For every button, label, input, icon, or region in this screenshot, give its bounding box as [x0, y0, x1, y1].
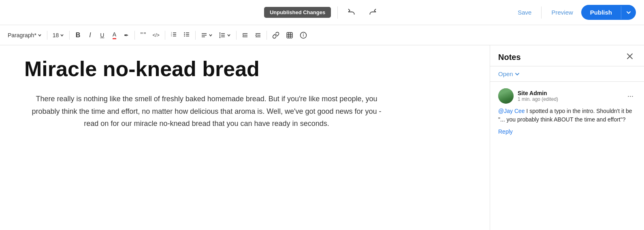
unordered-list-icon — [183, 31, 190, 39]
notes-title: Notes — [498, 53, 521, 62]
ordered-list-icon: 1 2 3 — [171, 31, 177, 39]
svg-rect-24 — [287, 32, 292, 38]
line-height-dropdown[interactable] — [216, 30, 234, 40]
highlight-button[interactable]: ✒ — [121, 30, 132, 40]
reply-button[interactable]: Reply — [498, 128, 513, 135]
pencil-icon: ✒ — [124, 32, 129, 38]
redo-button[interactable] — [365, 7, 380, 18]
publish-group: Publish — [581, 5, 636, 20]
ellipsis-icon: ··· — [627, 92, 633, 100]
info-button[interactable] — [297, 30, 310, 41]
paragraph-style-dropdown[interactable]: Paragraph* — [5, 30, 45, 40]
tb-sep-5 — [195, 31, 196, 40]
undo-button[interactable] — [344, 7, 359, 18]
tb-sep-7 — [267, 31, 267, 40]
svg-point-9 — [184, 32, 185, 33]
tb-sep-6 — [236, 31, 237, 40]
publish-button[interactable]: Publish — [581, 5, 621, 20]
line-height-icon — [219, 32, 226, 38]
notes-header: Notes — [490, 45, 644, 66]
notes-filter: Open — [490, 66, 644, 82]
unordered-list-button[interactable] — [181, 29, 193, 41]
undo-icon — [348, 9, 356, 17]
tb-sep-4 — [165, 31, 165, 40]
table-icon — [286, 32, 293, 39]
note-author: Site Admin — [518, 90, 621, 96]
chevron-down-icon — [227, 33, 231, 37]
tb-sep-2 — [69, 31, 70, 40]
quote-icon: " — [141, 32, 143, 39]
close-icon — [626, 53, 633, 60]
main-area: Miracle no-knead bread There really is n… — [0, 45, 644, 230]
top-bar-center: Unpublished Changes — [264, 6, 380, 19]
preview-button[interactable]: Preview — [546, 6, 578, 18]
chevron-down-icon — [209, 33, 213, 37]
svg-text:3: 3 — [171, 35, 172, 37]
bold-button[interactable]: B — [72, 30, 83, 41]
article-body[interactable]: There really is nothing like the smell o… — [24, 93, 389, 130]
table-button[interactable] — [283, 30, 296, 41]
outdent-button[interactable] — [252, 30, 264, 40]
unpublished-badge: Unpublished Changes — [264, 7, 331, 18]
indent-button[interactable] — [239, 30, 251, 40]
indent-icon — [242, 32, 248, 38]
note-body: @Jay Cee I spotted a typo in the intro. … — [498, 107, 636, 124]
underline-button[interactable]: U — [96, 30, 108, 40]
note-item: Site Admin 1 min. ago (edited) ··· @Jay … — [498, 88, 636, 135]
code-button[interactable]: </> — [149, 30, 162, 40]
italic-icon: I — [89, 32, 91, 39]
link-icon — [272, 32, 279, 39]
svg-point-11 — [184, 36, 185, 36]
divider — [337, 6, 338, 19]
svg-point-10 — [184, 34, 185, 35]
bold-icon: B — [76, 32, 81, 39]
font-color-button[interactable]: A — [109, 29, 120, 41]
info-icon — [300, 32, 307, 39]
chevron-down-icon — [38, 33, 42, 37]
notes-panel: Notes Open — [490, 45, 644, 230]
tb-sep-3 — [134, 31, 135, 40]
avatar-image — [498, 88, 514, 104]
font-color-icon: A — [113, 31, 116, 39]
top-bar-right: Save Preview Publish — [513, 5, 636, 20]
tb-sep-1 — [47, 31, 47, 40]
editor[interactable]: Miracle no-knead bread There really is n… — [0, 45, 490, 230]
note-meta: Site Admin 1 min. ago (edited) — [518, 90, 621, 102]
link-button[interactable] — [269, 30, 282, 41]
formatting-toolbar: Paragraph* 18 B I U A ✒ "" </> — [0, 25, 644, 45]
top-bar: Unpublished Changes Save Preview Publish — [0, 0, 644, 25]
note-more-button[interactable]: ··· — [625, 91, 636, 101]
italic-button[interactable]: I — [84, 30, 96, 41]
font-size-label: 18 — [53, 32, 59, 38]
avatar — [498, 88, 514, 104]
paragraph-label: Paragraph* — [8, 32, 36, 38]
chevron-down-icon — [515, 72, 520, 77]
chevron-down-icon — [626, 10, 631, 15]
article-title[interactable]: Miracle no-knead bread — [24, 58, 465, 81]
align-icon — [201, 32, 207, 38]
align-dropdown[interactable] — [198, 30, 215, 40]
underline-icon: U — [100, 32, 104, 38]
redo-icon — [369, 9, 377, 17]
notes-filter-label: Open — [498, 70, 513, 77]
publish-chevron-button[interactable] — [621, 6, 636, 19]
quote-icon-2: " — [143, 32, 146, 39]
notes-content: Site Admin 1 min. ago (edited) ··· @Jay … — [490, 82, 644, 230]
mention[interactable]: @Jay Cee — [498, 108, 525, 114]
note-time: 1 min. ago (edited) — [518, 96, 621, 102]
notes-filter-open-button[interactable]: Open — [498, 70, 520, 77]
outdent-icon — [255, 32, 261, 38]
notes-close-button[interactable] — [624, 52, 636, 63]
font-size-dropdown[interactable]: 18 — [50, 30, 67, 40]
note-item-header: Site Admin 1 min. ago (edited) ··· — [498, 88, 636, 104]
chevron-down-icon — [60, 33, 64, 37]
blockquote-button[interactable]: "" — [137, 30, 149, 41]
divider-v — [541, 6, 542, 19]
ordered-list-button[interactable]: 1 2 3 — [168, 29, 180, 41]
code-icon: </> — [152, 32, 159, 38]
save-button[interactable]: Save — [513, 6, 536, 18]
